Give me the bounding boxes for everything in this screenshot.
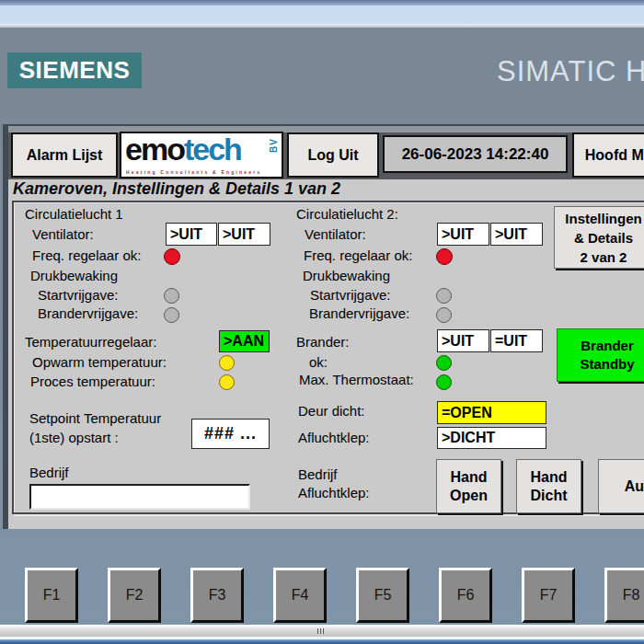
emotech-wordmark-tech: tech (184, 132, 241, 167)
temp-regelaar-state-field[interactable]: >AAN (219, 330, 270, 352)
window-titlebar-strip (0, 6, 644, 24)
fkey-f3[interactable]: F3 (190, 568, 244, 623)
fkey-f8[interactable]: F8 (604, 568, 644, 623)
fkey-f4[interactable]: F4 (273, 568, 327, 623)
deur-state-field: =OPEN (437, 401, 546, 424)
circ1-freq-ok-led (164, 248, 180, 265)
brander-act-field: =UIT (490, 329, 543, 352)
taskbar-edge (0, 639, 644, 644)
setpoint-label-line1: Setpoint Temperatuur (29, 410, 161, 426)
auto-label: Auto (625, 477, 644, 496)
setpoint-value-field[interactable]: ### ... (191, 419, 270, 449)
alarm-list-button[interactable]: Alarm Lijst (11, 132, 118, 178)
toolbar-top-strip (8, 126, 644, 132)
hand-dicht-line2: Dicht (531, 487, 568, 505)
circ2-druk-header: Drukbewaking (303, 268, 390, 283)
hand-dicht-line1: Hand (531, 468, 568, 487)
circ2-ventilator-cmd-field[interactable]: >UIT (437, 223, 489, 246)
bedrijf-label: Bedrijf (29, 465, 69, 480)
nav-line2: & Details (574, 228, 633, 247)
auto-button[interactable]: Auto (598, 459, 644, 513)
max-thermostaat-led (436, 374, 452, 390)
page-title: Kameroven, Instellingen & Details 1 van … (13, 179, 340, 199)
circ1-start-label: Startvrijgave: (38, 287, 119, 303)
circ2-start-label: Startvrijgave: (310, 287, 391, 303)
emotech-bv-suffix: BV (269, 138, 279, 153)
hand-open-line1: Hand (451, 468, 488, 487)
emotech-wordmark-emo: emo (125, 132, 184, 167)
afluchtklep-state-field[interactable]: >DICHT (437, 427, 546, 449)
circ2-start-led (436, 288, 452, 304)
circ2-freq-ok-label: Freq. regelaar ok: (304, 247, 412, 263)
circ2-brandervrijgave-led (436, 307, 452, 323)
fkey-f7[interactable]: F7 (522, 568, 575, 623)
circ1-ventilator-act-field[interactable]: >UIT (218, 223, 270, 246)
circ1-start-led (164, 288, 179, 304)
circ1-header: Circulatielucht 1 (25, 206, 123, 222)
emotech-wordmark: emotech (125, 132, 241, 167)
circ1-brandervrijgave-label: Brandervrijgave: (38, 305, 138, 321)
nav-line3: 2 van 2 (581, 247, 627, 267)
circ1-ventilator-cmd-field[interactable]: >UIT (166, 223, 217, 246)
main-menu-button[interactable]: Hoofd Menu (572, 132, 644, 178)
temp-opwarm-label: Opwarm temperatuur: (32, 354, 167, 370)
max-thermostaat-label: Max. Thermostaat: (299, 372, 414, 387)
afluchtklep-label: Afluchtklep: (298, 430, 370, 445)
simatic-hmi-title: SIMATIC HMI (497, 55, 644, 88)
circ2-freq-ok-led (436, 248, 453, 265)
bedrijf-afluchtklep-label-line2: Afluchtklep: (298, 485, 370, 500)
fkey-f5[interactable]: F5 (356, 568, 409, 623)
hand-open-button[interactable]: Hand Open (436, 459, 501, 513)
fkey-f1[interactable]: F1 (25, 568, 78, 623)
fkey-f6[interactable]: F6 (439, 568, 492, 623)
datetime-display: 26-06-2023 14:22:40 (383, 135, 568, 173)
brander-standby-line1: Brander (581, 337, 634, 355)
circ2-header: Circulatielucht 2: (296, 206, 398, 222)
fkey-f2[interactable]: F2 (108, 568, 161, 623)
brander-ok-label: ok: (309, 354, 328, 370)
nav-instellingen-details-2-button[interactable]: Instellingen & Details 2 van 2 (554, 206, 644, 269)
nav-line1: Instellingen (565, 209, 641, 228)
brander-standby-status: Brander Standby (557, 328, 644, 382)
scrollbar-grip-icon[interactable] (317, 628, 326, 634)
temp-proces-label: Proces temperatuur: (30, 374, 155, 389)
emotech-tagline: Heating Consultants & Engineers (126, 169, 261, 175)
hand-open-line2: Open (450, 487, 488, 505)
temp-regelaar-label: Temperatuurregelaar: (25, 334, 156, 350)
temp-proces-led (219, 374, 235, 390)
emotech-logo: emotech BV Heating Consultants & Enginee… (120, 132, 283, 178)
hand-dicht-button[interactable]: Hand Dicht (516, 459, 581, 513)
circ1-ventilator-label: Ventilator: (32, 226, 94, 242)
deur-dicht-label: Deur dicht: (298, 403, 365, 419)
brander-cmd-field[interactable]: >UIT (437, 329, 489, 352)
bedrijf-input[interactable] (29, 484, 250, 510)
circ2-ventilator-act-field[interactable]: >UIT (490, 223, 543, 246)
brander-label: Brander: (296, 334, 350, 350)
log-out-button[interactable]: Log Uit (287, 132, 379, 178)
circ1-freq-ok-label: Freq. regelaar ok: (32, 247, 141, 263)
circ1-druk-header: Drukbewaking (30, 268, 118, 283)
circ1-brandervrijgave-led (164, 307, 179, 323)
brander-standby-line2: Standby (580, 355, 634, 374)
siemens-logo: SIEMENS (7, 52, 142, 88)
window-titlebar-divider (0, 24, 644, 28)
brander-ok-led (436, 355, 452, 371)
bedrijf-afluchtklep-label-line1: Bedrijf (298, 466, 338, 482)
temp-opwarm-led (219, 355, 235, 371)
circ2-brandervrijgave-label: Brandervrijgave: (309, 305, 409, 321)
circ2-ventilator-label: Ventilator: (305, 226, 366, 242)
setpoint-label-line2: (1ste) opstart : (29, 430, 119, 445)
